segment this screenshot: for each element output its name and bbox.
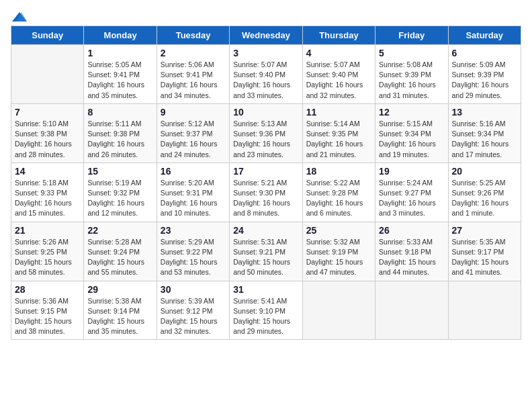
day-number: 16 — [161, 166, 226, 177]
day-number: 8 — [87, 107, 152, 118]
header-cell-friday: Friday — [375, 26, 448, 45]
day-number: 18 — [306, 166, 371, 177]
calendar-cell — [375, 281, 448, 340]
calendar-table: SundayMondayTuesdayWednesdayThursdayFrid… — [11, 26, 521, 340]
calendar-cell: 14Sunrise: 5:18 AM Sunset: 9:33 PM Dayli… — [11, 163, 84, 222]
day-number: 5 — [379, 48, 444, 58]
calendar-cell: 7Sunrise: 5:10 AM Sunset: 9:38 PM Daylig… — [11, 103, 84, 163]
day-number: 28 — [15, 284, 80, 295]
calendar-cell: 9Sunrise: 5:12 AM Sunset: 9:37 PM Daylig… — [157, 103, 229, 163]
calendar-cell: 15Sunrise: 5:19 AM Sunset: 9:32 PM Dayli… — [84, 163, 157, 222]
calendar-cell: 11Sunrise: 5:14 AM Sunset: 9:35 PM Dayli… — [302, 103, 375, 163]
day-info: Sunrise: 5:09 AM Sunset: 9:39 PM Dayligh… — [452, 60, 517, 101]
day-info: Sunrise: 5:20 AM Sunset: 9:31 PM Dayligh… — [161, 178, 226, 219]
calendar-cell: 1Sunrise: 5:05 AM Sunset: 9:41 PM Daylig… — [84, 45, 157, 104]
day-info: Sunrise: 5:18 AM Sunset: 9:33 PM Dayligh… — [15, 178, 80, 219]
day-info: Sunrise: 5:38 AM Sunset: 9:14 PM Dayligh… — [87, 296, 152, 337]
day-number: 6 — [452, 48, 517, 58]
calendar-cell: 8Sunrise: 5:11 AM Sunset: 9:38 PM Daylig… — [84, 103, 157, 163]
calendar-cell: 26Sunrise: 5:33 AM Sunset: 9:18 PM Dayli… — [375, 222, 448, 281]
calendar-cell: 20Sunrise: 5:25 AM Sunset: 9:26 PM Dayli… — [448, 163, 521, 222]
day-number: 27 — [452, 225, 517, 236]
day-number: 10 — [233, 107, 298, 118]
calendar-cell — [302, 281, 375, 340]
header — [11, 11, 521, 20]
day-number: 12 — [379, 107, 444, 118]
day-number: 15 — [87, 166, 152, 177]
day-info: Sunrise: 5:14 AM Sunset: 9:35 PM Dayligh… — [306, 119, 371, 160]
day-number: 21 — [15, 225, 80, 236]
calendar-cell: 13Sunrise: 5:16 AM Sunset: 9:34 PM Dayli… — [448, 103, 521, 163]
calendar-header: SundayMondayTuesdayWednesdayThursdayFrid… — [11, 26, 521, 45]
day-info: Sunrise: 5:35 AM Sunset: 9:17 PM Dayligh… — [452, 237, 517, 278]
day-info: Sunrise: 5:07 AM Sunset: 9:40 PM Dayligh… — [306, 60, 371, 101]
day-info: Sunrise: 5:31 AM Sunset: 9:21 PM Dayligh… — [233, 237, 298, 278]
day-info: Sunrise: 5:26 AM Sunset: 9:25 PM Dayligh… — [15, 237, 80, 278]
day-number: 11 — [306, 107, 371, 118]
calendar-cell: 24Sunrise: 5:31 AM Sunset: 9:21 PM Dayli… — [230, 222, 302, 281]
header-cell-wednesday: Wednesday — [230, 26, 302, 45]
day-number: 20 — [452, 166, 517, 177]
week-row-0: 1Sunrise: 5:05 AM Sunset: 9:41 PM Daylig… — [11, 45, 521, 104]
calendar-cell: 31Sunrise: 5:41 AM Sunset: 9:10 PM Dayli… — [230, 281, 302, 340]
header-row: SundayMondayTuesdayWednesdayThursdayFrid… — [11, 26, 521, 45]
day-number: 14 — [15, 166, 80, 177]
day-info: Sunrise: 5:05 AM Sunset: 9:41 PM Dayligh… — [87, 60, 152, 101]
header-cell-sunday: Sunday — [11, 26, 84, 45]
day-info: Sunrise: 5:41 AM Sunset: 9:10 PM Dayligh… — [233, 296, 298, 337]
day-info: Sunrise: 5:11 AM Sunset: 9:38 PM Dayligh… — [87, 119, 152, 160]
week-row-1: 7Sunrise: 5:10 AM Sunset: 9:38 PM Daylig… — [11, 103, 521, 163]
calendar-cell — [11, 45, 84, 104]
day-number: 1 — [87, 48, 152, 58]
header-cell-saturday: Saturday — [448, 26, 521, 45]
week-row-3: 21Sunrise: 5:26 AM Sunset: 9:25 PM Dayli… — [11, 222, 521, 281]
calendar-cell: 25Sunrise: 5:32 AM Sunset: 9:19 PM Dayli… — [302, 222, 375, 281]
day-number: 25 — [306, 225, 371, 236]
day-info: Sunrise: 5:06 AM Sunset: 9:41 PM Dayligh… — [161, 60, 226, 101]
calendar-cell: 22Sunrise: 5:28 AM Sunset: 9:24 PM Dayli… — [84, 222, 157, 281]
day-number: 23 — [161, 225, 226, 236]
calendar-cell: 28Sunrise: 5:36 AM Sunset: 9:15 PM Dayli… — [11, 281, 84, 340]
calendar-cell: 19Sunrise: 5:24 AM Sunset: 9:27 PM Dayli… — [375, 163, 448, 222]
day-number: 29 — [87, 284, 152, 295]
calendar-cell: 2Sunrise: 5:06 AM Sunset: 9:41 PM Daylig… — [157, 45, 229, 104]
calendar-cell: 6Sunrise: 5:09 AM Sunset: 9:39 PM Daylig… — [448, 45, 521, 104]
day-number: 13 — [452, 107, 517, 118]
calendar-cell: 10Sunrise: 5:13 AM Sunset: 9:36 PM Dayli… — [230, 103, 302, 163]
day-info: Sunrise: 5:24 AM Sunset: 9:27 PM Dayligh… — [379, 178, 444, 219]
calendar-cell: 3Sunrise: 5:07 AM Sunset: 9:40 PM Daylig… — [230, 45, 302, 104]
calendar-cell: 29Sunrise: 5:38 AM Sunset: 9:14 PM Dayli… — [84, 281, 157, 340]
day-number: 9 — [161, 107, 226, 118]
day-number: 26 — [379, 225, 444, 236]
calendar-cell: 23Sunrise: 5:29 AM Sunset: 9:22 PM Dayli… — [157, 222, 229, 281]
day-info: Sunrise: 5:33 AM Sunset: 9:18 PM Dayligh… — [379, 237, 444, 278]
day-info: Sunrise: 5:32 AM Sunset: 9:19 PM Dayligh… — [306, 237, 371, 278]
calendar-body: 1Sunrise: 5:05 AM Sunset: 9:41 PM Daylig… — [11, 45, 521, 340]
calendar-cell: 30Sunrise: 5:39 AM Sunset: 9:12 PM Dayli… — [157, 281, 229, 340]
header-cell-thursday: Thursday — [302, 26, 375, 45]
day-info: Sunrise: 5:22 AM Sunset: 9:28 PM Dayligh… — [306, 178, 371, 219]
header-cell-tuesday: Tuesday — [157, 26, 229, 45]
day-info: Sunrise: 5:10 AM Sunset: 9:38 PM Dayligh… — [15, 119, 80, 160]
day-info: Sunrise: 5:16 AM Sunset: 9:34 PM Dayligh… — [452, 119, 517, 160]
calendar-cell: 17Sunrise: 5:21 AM Sunset: 9:30 PM Dayli… — [230, 163, 302, 222]
calendar-cell: 4Sunrise: 5:07 AM Sunset: 9:40 PM Daylig… — [302, 45, 375, 104]
day-info: Sunrise: 5:07 AM Sunset: 9:40 PM Dayligh… — [233, 60, 298, 101]
day-number: 24 — [233, 225, 298, 236]
day-info: Sunrise: 5:15 AM Sunset: 9:34 PM Dayligh… — [379, 119, 444, 160]
calendar-cell — [448, 281, 521, 340]
day-number: 7 — [15, 107, 80, 118]
week-row-2: 14Sunrise: 5:18 AM Sunset: 9:33 PM Dayli… — [11, 163, 521, 222]
header-cell-monday: Monday — [84, 26, 157, 45]
day-info: Sunrise: 5:12 AM Sunset: 9:37 PM Dayligh… — [161, 119, 226, 160]
day-number: 17 — [233, 166, 298, 177]
day-number: 31 — [233, 284, 298, 295]
day-info: Sunrise: 5:39 AM Sunset: 9:12 PM Dayligh… — [161, 296, 226, 337]
week-row-4: 28Sunrise: 5:36 AM Sunset: 9:15 PM Dayli… — [11, 281, 521, 340]
day-info: Sunrise: 5:28 AM Sunset: 9:24 PM Dayligh… — [87, 237, 152, 278]
day-number: 22 — [87, 225, 152, 236]
calendar-cell: 12Sunrise: 5:15 AM Sunset: 9:34 PM Dayli… — [375, 103, 448, 163]
day-number: 2 — [161, 48, 226, 58]
day-number: 19 — [379, 166, 444, 177]
logo — [11, 11, 27, 20]
